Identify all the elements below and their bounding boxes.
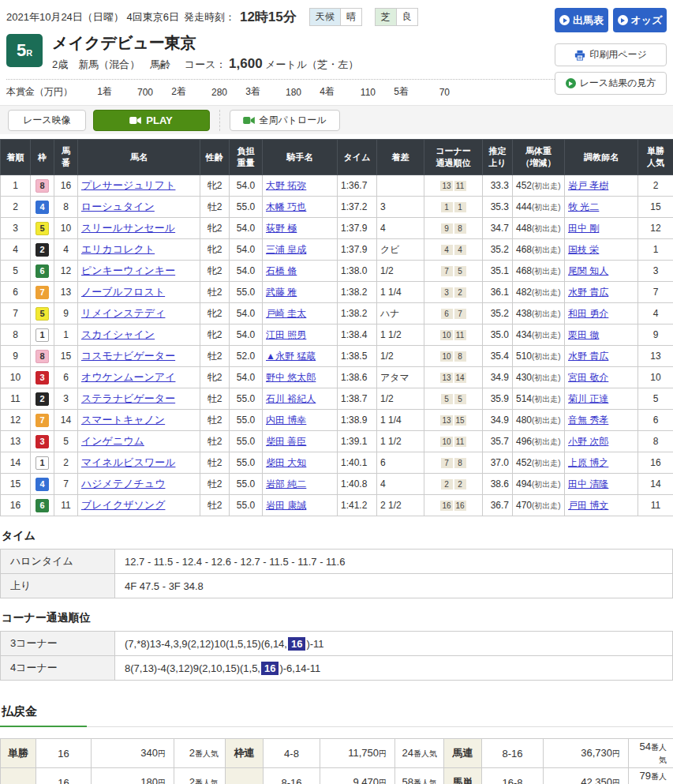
patrol-video-button[interactable]: 全周パトロール <box>230 110 340 131</box>
body-weight: 480(初出走) <box>513 410 565 431</box>
horse-name-link[interactable]: コスモナビゲーター <box>81 350 175 362</box>
horse-name-link[interactable]: スカイシャイン <box>81 328 155 340</box>
frame-cell: 3 <box>31 431 54 452</box>
trainer-link[interactable]: 戸田 博文 <box>568 500 608 511</box>
finish-position: 15 <box>1 474 31 495</box>
horse-name-link[interactable]: リメインステディ <box>81 307 165 319</box>
frame-number-badge: 5 <box>36 222 49 235</box>
trainer-link[interactable]: 田中 清隆 <box>568 478 608 490</box>
horse-name-link[interactable]: ステラナビゲーター <box>81 392 175 404</box>
race-video-button[interactable]: レース映像 <box>8 110 86 131</box>
sex-age: 牡2 <box>200 474 230 495</box>
horse-name-link[interactable]: プレサージュリフト <box>81 179 175 191</box>
horse-name-link[interactable]: ローシュタイン <box>81 201 155 212</box>
horse-name-link[interactable]: インゲニウム <box>81 435 144 447</box>
last-3f-value: 4F 47.5 - 3F 34.8 <box>115 574 673 598</box>
horse-name-link[interactable]: エリカコレクト <box>81 243 155 255</box>
horse-name-link[interactable]: ノーブルフロスト <box>81 286 165 298</box>
body-weight-note: (初出走) <box>532 246 561 254</box>
entry-table-button[interactable]: 出馬表 <box>555 8 608 32</box>
corner-position-badge: 8 <box>454 223 466 234</box>
jockey-link[interactable]: 野中 悠太郎 <box>266 372 316 383</box>
results-table: 着順枠馬 番馬名性齢負担 重量騎手名タイム着差コーナー 通過順位推定 上り馬体重… <box>0 139 673 516</box>
jockey-link[interactable]: 内田 博幸 <box>266 415 306 426</box>
jockey-link[interactable]: 戸崎 圭太 <box>266 308 306 319</box>
jockey-cell: 野中 悠太郎 <box>263 367 338 388</box>
payout-tbody: 単勝16340円2番人気枠連4-811,750円24番人気馬連8-1636,73… <box>1 739 673 784</box>
corner-positions: 78 <box>424 452 483 474</box>
trainer-link[interactable]: 水野 貴広 <box>568 351 608 362</box>
table-row: 1547ハジメテノチュウ牡255.0岩部 純二1:40.842238.6494(… <box>1 474 673 495</box>
prize-amount: 280 <box>186 87 227 98</box>
jockey-link[interactable]: 三浦 皇成 <box>266 244 306 255</box>
table-row: 3コーナー (7,*8)13-4,3,9(2,12)10(1,5,15)(6,1… <box>1 632 673 656</box>
print-page-button[interactable]: 印刷用ページ <box>555 43 667 66</box>
frame-cell: 7 <box>31 410 54 431</box>
trainer-link[interactable]: 栗田 徹 <box>568 329 599 340</box>
trainer-link[interactable]: 和田 勇介 <box>568 308 608 319</box>
trainer-link[interactable]: 小野 次郎 <box>568 436 608 447</box>
yen-unit: 円 <box>612 778 620 784</box>
trainer-link[interactable]: 上原 博之 <box>568 457 608 468</box>
jockey-link[interactable]: 武藤 雅 <box>266 287 297 298</box>
horse-name-link[interactable]: ピンキーウィンキー <box>81 264 175 276</box>
trainer-link[interactable]: 牧 光二 <box>568 201 599 212</box>
corner-positions: 1315 <box>424 410 483 431</box>
race-date: 2021年10月24日（日曜） 4回東京6日 <box>6 10 179 24</box>
odds-button[interactable]: オッズ <box>613 8 667 32</box>
trainer-link[interactable]: 国枝 栄 <box>568 244 599 255</box>
play-button[interactable]: PLAY <box>93 110 210 131</box>
horse-name-cell: コスモナビゲーター <box>78 346 200 367</box>
jockey-link[interactable]: 柴田 大知 <box>266 457 306 468</box>
column-header: 調教師名 <box>565 140 638 175</box>
jockey-link[interactable]: 荻野 極 <box>266 223 297 234</box>
jockey-cell: 岩田 康誠 <box>263 495 338 516</box>
trainer-link[interactable]: 岩戸 孝樹 <box>568 180 608 191</box>
jockey-link[interactable]: 岩田 康誠 <box>266 500 306 511</box>
jockey-cell: 大野 拓弥 <box>263 175 338 197</box>
corner-positions: 32 <box>424 282 483 303</box>
win-popularity: 4 <box>638 303 673 324</box>
jockey-link[interactable]: 江田 照男 <box>266 329 306 340</box>
popularity-value: 58 <box>402 776 413 784</box>
carried-weight: 54.0 <box>230 367 263 388</box>
trainer-link[interactable]: 宮田 敬介 <box>568 372 608 383</box>
horse-name-cell: ピンキーウィンキー <box>78 261 200 282</box>
jockey-link[interactable]: ▲永野 猛蔵 <box>266 351 316 362</box>
table-row: 1036オウケンムーンアイ牝254.0野中 悠太郎1:38.6アタマ131434… <box>1 367 673 388</box>
horse-name-link[interactable]: ブレイクザソング <box>81 499 165 511</box>
body-weight-value: 482 <box>516 287 532 298</box>
bet-type-label: 馬単 <box>444 768 482 784</box>
horse-name-link[interactable]: ハジメテノチュウ <box>81 478 165 490</box>
corner-position-badge: 16 <box>440 501 452 511</box>
results-guide-button[interactable]: レース結果の見方 <box>555 72 667 95</box>
jockey-link[interactable]: 柴田 善臣 <box>266 436 306 447</box>
corner4-value: 8(7,13)-4(3,12)9(2,10,15)(1,5,16)-6,14-1… <box>115 656 673 681</box>
margin: 1/2 <box>377 346 424 367</box>
frame-cell: 1 <box>31 452 54 474</box>
jockey-link[interactable]: 大野 拓弥 <box>266 180 306 191</box>
win-popularity: 6 <box>638 410 673 431</box>
body-weight-note: (初出走) <box>532 182 561 190</box>
horse-name-link[interactable]: オウケンムーンアイ <box>81 371 175 383</box>
horse-name-link[interactable]: スリールサンセール <box>81 222 175 234</box>
trainer-link[interactable]: 尾関 知人 <box>568 265 608 276</box>
jockey-link[interactable]: 石川 裕紀人 <box>266 393 316 404</box>
jockey-link[interactable]: 木幡 巧也 <box>266 201 306 212</box>
trainer-link[interactable]: 菊川 正達 <box>568 393 608 404</box>
frame-number-badge: 6 <box>36 264 49 278</box>
corner-position-badge: 1 <box>441 202 453 212</box>
race-number-suffix: R <box>26 48 32 58</box>
trainer-link[interactable]: 水野 貴広 <box>568 287 608 298</box>
trainer-link[interactable]: 田中 剛 <box>568 223 599 234</box>
horse-name-link[interactable]: マイネルビスワール <box>81 456 175 468</box>
frame-number-badge: 7 <box>36 414 49 427</box>
jockey-link[interactable]: 石橋 脩 <box>266 265 297 276</box>
body-weight-note: (初出走) <box>532 459 561 467</box>
jockey-link[interactable]: 岩部 純二 <box>266 478 306 490</box>
trainer-link[interactable]: 音無 秀孝 <box>568 415 608 426</box>
frame-cell: 2 <box>31 388 54 410</box>
horse-name-link[interactable]: スマートキャノン <box>81 414 165 426</box>
sex-age: 牡2 <box>200 346 230 367</box>
last-3f-time: 33.3 <box>483 175 513 197</box>
